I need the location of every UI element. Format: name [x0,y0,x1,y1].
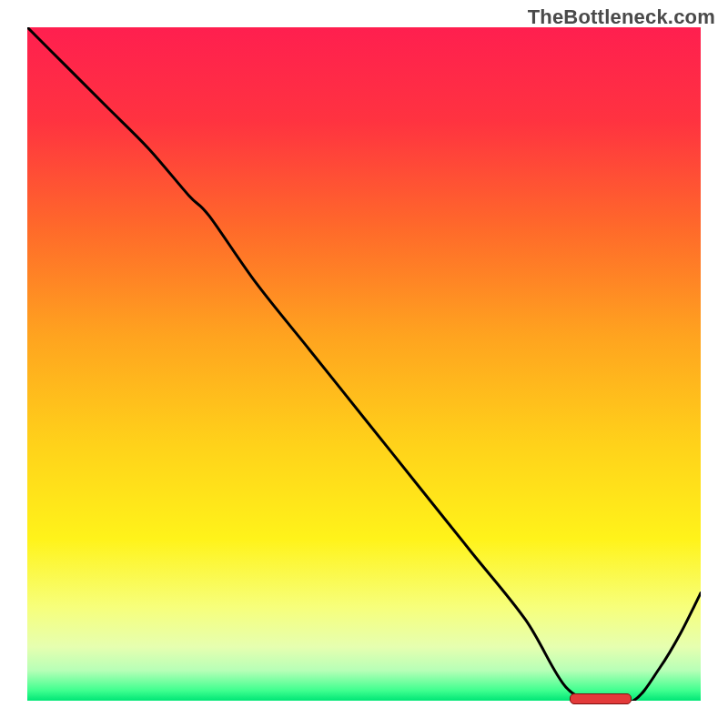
chart-stage: TheBottleneck.com [0,0,728,728]
plot-svg [27,27,701,701]
optimal-range-marker [570,693,632,704]
plot-area [27,27,701,701]
watermark-text: TheBottleneck.com [528,5,715,29]
